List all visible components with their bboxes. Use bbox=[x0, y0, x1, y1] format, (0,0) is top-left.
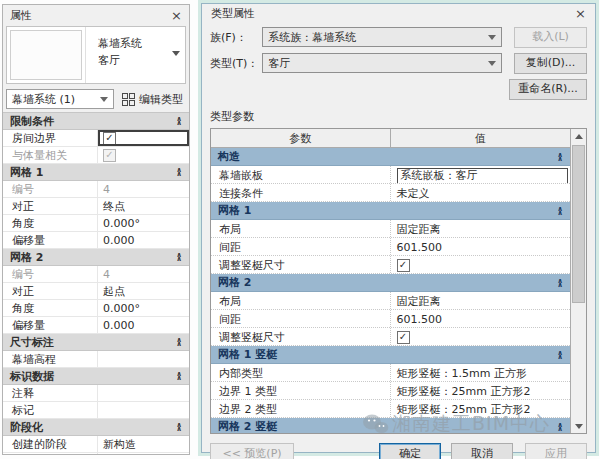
property-value[interactable]: ✓ bbox=[391, 256, 571, 273]
section-header[interactable]: 网格 1∧∧ bbox=[3, 164, 189, 181]
property-row: 标记 bbox=[3, 402, 189, 419]
property-label: 拆除的阶段 bbox=[3, 453, 98, 454]
section-header[interactable]: 构造∧∧ bbox=[211, 148, 570, 166]
property-row: 幕墙嵌板系统嵌板：客厅 bbox=[211, 166, 570, 184]
property-label: 角度 bbox=[3, 300, 98, 316]
property-value[interactable]: 601.500 bbox=[391, 238, 571, 255]
property-label: 布局 bbox=[211, 220, 391, 237]
property-value[interactable]: 新构造 bbox=[98, 436, 189, 452]
table-header: 参数 值 bbox=[211, 129, 570, 148]
chevron-down-icon[interactable] bbox=[172, 51, 180, 56]
section-header[interactable]: 尺寸标注∧∧ bbox=[3, 334, 189, 351]
property-value[interactable]: 0.000° bbox=[98, 215, 189, 231]
property-value[interactable]: 0.000° bbox=[98, 300, 189, 316]
property-label: 标记 bbox=[3, 402, 98, 418]
property-row: 布局固定距离 bbox=[211, 220, 570, 238]
property-row: 创建的阶段新构造 bbox=[3, 436, 189, 453]
property-value[interactable] bbox=[98, 402, 189, 418]
property-label: 布局 bbox=[211, 292, 391, 309]
ok-button[interactable]: 确定 bbox=[379, 443, 441, 459]
scrollbar-thumb[interactable] bbox=[572, 145, 585, 303]
duplicate-button[interactable]: 复制(D)... bbox=[514, 53, 587, 74]
property-value[interactable]: 无 bbox=[98, 453, 189, 454]
section-header[interactable]: 阶段化∧∧ bbox=[3, 419, 189, 436]
property-value[interactable] bbox=[98, 351, 189, 367]
section-header[interactable]: 标识数据∧∧ bbox=[3, 368, 189, 385]
property-label: 注释 bbox=[3, 385, 98, 401]
edit-type-icon bbox=[122, 93, 135, 106]
value-column-header[interactable]: 值 bbox=[391, 129, 571, 147]
edit-type-button[interactable]: 编辑类型 bbox=[119, 91, 186, 108]
property-value[interactable]: 系统嵌板：客厅 bbox=[391, 166, 571, 183]
property-label: 偏移量 bbox=[3, 317, 98, 333]
property-value[interactable] bbox=[98, 385, 189, 401]
load-button[interactable]: 载入(L) bbox=[514, 27, 587, 48]
section-header[interactable]: 网格 1 竖梃∧∧ bbox=[211, 346, 570, 364]
type-select[interactable]: 客厅 bbox=[262, 53, 502, 73]
close-icon[interactable]: × bbox=[575, 7, 586, 20]
section-header-label: 尺寸标注 bbox=[10, 335, 54, 350]
family-select[interactable]: 系统族：幕墙系统 bbox=[262, 27, 502, 47]
property-label: 幕墙高程 bbox=[3, 351, 98, 367]
section-header[interactable]: 网格 2 竖梃∧∧ bbox=[211, 418, 570, 433]
apply-button[interactable]: 应用 bbox=[525, 443, 587, 459]
property-value[interactable]: 固定距离 bbox=[391, 292, 571, 309]
property-value[interactable]: ✓ bbox=[391, 328, 571, 345]
scroll-up-button[interactable] bbox=[572, 129, 585, 144]
collapse-chevron-icon: ∧∧ bbox=[176, 423, 182, 431]
section-header[interactable]: 网格 2∧∧ bbox=[3, 249, 189, 266]
type-properties-dialog: 类型属性 × 族(F)： 系统族：幕墙系统 载入(L) 类型(T)： 客厅 复制… bbox=[201, 3, 596, 453]
property-value[interactable]: 未定义 bbox=[391, 184, 571, 201]
type-family: 幕墙系统 bbox=[98, 35, 183, 52]
rename-button[interactable]: 重命名(R)... bbox=[509, 79, 587, 100]
property-value[interactable]: 0.000 bbox=[98, 232, 189, 248]
param-column-header[interactable]: 参数 bbox=[211, 129, 391, 147]
collapse-chevron-icon: ∧∧ bbox=[557, 279, 563, 287]
property-label: 对正 bbox=[3, 198, 98, 214]
property-label: 房间边界 bbox=[3, 130, 98, 146]
property-row: 角度0.000° bbox=[3, 300, 189, 317]
property-value[interactable]: 终点 bbox=[98, 198, 189, 214]
type-selector-combobox[interactable]: 幕墙系统 (1) bbox=[6, 89, 114, 109]
section-header[interactable]: 网格 2∧∧ bbox=[211, 274, 570, 292]
value-combobox[interactable]: 系统嵌板：客厅 bbox=[397, 168, 569, 184]
property-value[interactable]: ✓ bbox=[98, 130, 189, 146]
property-value[interactable]: 矩形竖梃：25mm 正方形2 bbox=[391, 400, 571, 417]
property-label: 角度 bbox=[3, 215, 98, 231]
property-value[interactable]: 0.000 bbox=[98, 317, 189, 333]
checkbox[interactable]: ✓ bbox=[397, 331, 410, 344]
family-label: 族(F)： bbox=[210, 30, 262, 45]
property-label: 调整竖梃尺寸 bbox=[211, 328, 391, 345]
property-label: 幕墙嵌板 bbox=[211, 166, 391, 183]
property-value[interactable]: 4 bbox=[98, 266, 189, 282]
table-scrollbar[interactable] bbox=[570, 129, 586, 433]
table-body: 构造∧∧幕墙嵌板系统嵌板：客厅连接条件未定义网格 1∧∧布局固定距离间距601.… bbox=[211, 148, 570, 433]
property-value[interactable]: 601.500 bbox=[391, 310, 571, 327]
section-header-label: 标识数据 bbox=[10, 369, 54, 384]
property-value[interactable]: 矩形竖梃：1.5mm 正方形 bbox=[391, 364, 571, 381]
collapse-chevron-icon: ∧∧ bbox=[557, 153, 563, 161]
property-value[interactable]: ✓ bbox=[98, 147, 189, 163]
type-preview[interactable]: 幕墙系统 客厅 bbox=[6, 26, 186, 84]
cancel-button[interactable]: 取消 bbox=[451, 443, 513, 459]
collapse-chevron-icon: ∧∧ bbox=[176, 117, 182, 125]
checkbox[interactable]: ✓ bbox=[397, 259, 410, 272]
property-value[interactable]: 起点 bbox=[98, 283, 189, 299]
section-header-label: 网格 2 bbox=[218, 275, 251, 290]
collapse-chevron-icon: ∧∧ bbox=[557, 423, 563, 431]
checkbox[interactable]: ✓ bbox=[103, 132, 116, 145]
scroll-down-button[interactable] bbox=[572, 418, 585, 433]
property-label: 边界 1 类型 bbox=[211, 382, 391, 399]
property-row: 角度0.000° bbox=[3, 215, 189, 232]
section-header-label: 构造 bbox=[218, 149, 240, 164]
section-header[interactable]: 限制条件∧∧ bbox=[3, 113, 189, 130]
property-row: 连接条件未定义 bbox=[211, 184, 570, 202]
property-value[interactable]: 固定距离 bbox=[391, 220, 571, 237]
section-header[interactable]: 网格 1∧∧ bbox=[211, 202, 570, 220]
preview-button[interactable]: << 预览(P) bbox=[210, 443, 294, 459]
property-value[interactable]: 矩形竖梃：25mm 正方形2 bbox=[391, 382, 571, 399]
close-icon[interactable]: × bbox=[171, 9, 182, 22]
collapse-chevron-icon: ∧∧ bbox=[176, 372, 182, 380]
property-label: 与体量相关 bbox=[3, 147, 98, 163]
property-value[interactable]: 4 bbox=[98, 181, 189, 197]
